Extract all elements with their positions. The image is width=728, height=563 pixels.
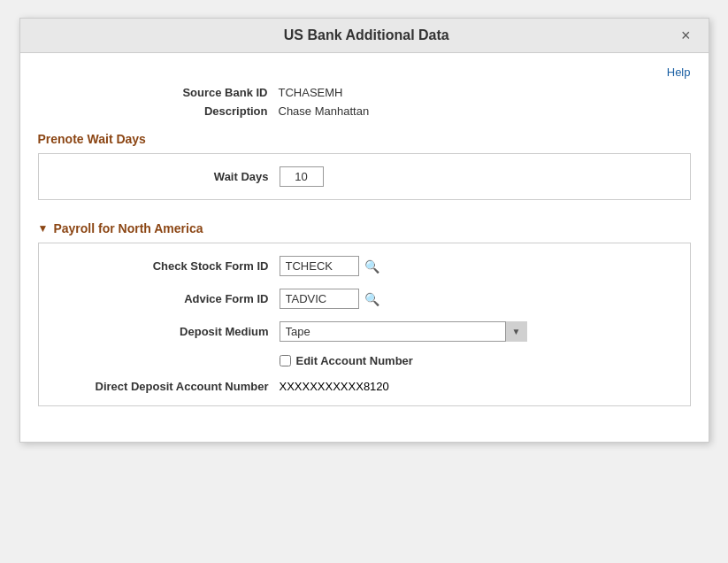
prenote-box: Wait Days xyxy=(38,153,691,200)
check-stock-label: Check Stock Form ID xyxy=(57,259,269,273)
source-bank-id-value: TCHASEMH xyxy=(279,86,343,99)
source-bank-id-label: Source Bank ID xyxy=(109,86,268,99)
close-button[interactable]: × xyxy=(678,27,694,43)
source-bank-id-row: Source Bank ID TCHASEMH xyxy=(38,86,691,99)
direct-deposit-label: Direct Deposit Account Number xyxy=(57,380,269,393)
description-label: Description xyxy=(109,104,268,118)
direct-deposit-value: XXXXXXXXXXX8120 xyxy=(280,380,389,393)
direct-deposit-row: Direct Deposit Account Number XXXXXXXXXX… xyxy=(57,380,672,393)
check-stock-row: Check Stock Form ID 🔍 xyxy=(57,256,672,276)
help-link[interactable]: Help xyxy=(667,66,691,79)
deposit-medium-wrapper: Tape Direct Deposit Electronic xyxy=(280,321,527,342)
help-row: Help xyxy=(38,62,691,86)
advice-form-row: Advice Form ID 🔍 xyxy=(57,289,672,309)
description-value: Chase Manhattan xyxy=(279,104,370,118)
deposit-medium-label: Deposit Medium xyxy=(57,325,269,338)
collapse-icon[interactable]: ▼ xyxy=(38,222,49,235)
check-stock-input[interactable] xyxy=(280,256,359,276)
deposit-medium-select[interactable]: Tape Direct Deposit Electronic xyxy=(280,321,527,342)
prenote-section: Prenote Wait Days Wait Days xyxy=(38,132,691,200)
advice-form-label: Advice Form ID xyxy=(57,292,269,305)
payroll-box: Check Stock Form ID 🔍 Advice Form ID 🔍 D… xyxy=(38,243,691,406)
info-section: Source Bank ID TCHASEMH Description Chas… xyxy=(38,86,691,118)
payroll-heading: Payroll for North America xyxy=(53,221,203,235)
payroll-section-header: ▼ Payroll for North America xyxy=(38,221,691,235)
wait-days-row: Wait Days xyxy=(57,166,672,187)
dialog-body: Help Source Bank ID TCHASEMH Description… xyxy=(20,53,709,442)
dialog: US Bank Additional Data × Help Source Ba… xyxy=(19,18,709,443)
edit-account-label: Edit Account Number xyxy=(296,354,413,367)
advice-form-input-group: 🔍 xyxy=(280,289,385,309)
deposit-medium-row: Deposit Medium Tape Direct Deposit Elect… xyxy=(57,321,672,342)
dialog-header: US Bank Additional Data × xyxy=(20,19,709,53)
check-stock-search-button[interactable]: 🔍 xyxy=(359,258,385,275)
advice-form-input[interactable] xyxy=(280,289,359,309)
description-row: Description Chase Manhattan xyxy=(38,104,691,118)
wait-days-input[interactable] xyxy=(280,166,324,187)
advice-form-search-button[interactable]: 🔍 xyxy=(359,290,385,308)
edit-account-checkbox[interactable] xyxy=(280,355,291,366)
prenote-heading: Prenote Wait Days xyxy=(38,132,691,146)
payroll-section: ▼ Payroll for North America Check Stock … xyxy=(38,221,691,406)
check-stock-input-group: 🔍 xyxy=(280,256,385,276)
wait-days-label: Wait Days xyxy=(57,170,269,183)
edit-account-row: Edit Account Number xyxy=(57,354,672,367)
dialog-title: US Bank Additional Data xyxy=(56,27,678,43)
